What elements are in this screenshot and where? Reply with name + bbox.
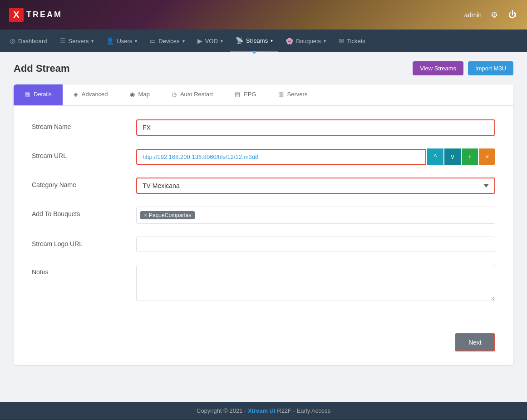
stream-name-label: Stream Name [32,119,123,130]
bouquets-icon: 🌸 [286,37,293,44]
tab-map-icon: ◉ [130,91,135,98]
main-nav: ◎ Dashboard ☰ Servers ▾ 👤 Users ▾ ▭ Devi… [0,30,527,52]
stream-url-control: ^ v + × [136,148,495,165]
dashboard-icon: ◎ [10,37,15,44]
tab-auto-restart[interactable]: ◷ Auto Restart [161,84,224,105]
form-tabs: ▦ Details ◈ Advanced ◉ Map ◷ Auto Restar… [14,84,513,106]
bouquets-row: Add To Bouquets × PaqueCompartas [32,207,495,224]
url-down-button[interactable]: v [444,148,461,165]
tab-epg[interactable]: ▤ EPG [224,84,267,105]
servers-icon: ☰ [60,37,66,44]
bouquet-tag-label: PaqueCompartas [149,212,191,218]
view-streams-button[interactable]: View Streams [413,61,463,75]
footer-version: R22F - Early Access [276,407,330,414]
stream-name-input[interactable] [136,119,495,136]
vod-arrow: ▾ [221,39,223,44]
tab-epg-label: EPG [244,91,256,98]
page-title: Add Stream [14,63,69,74]
streams-icon: 📡 [236,37,243,44]
nav-label-dashboard: Dashboard [18,38,47,44]
category-label: Category Name [32,178,123,188]
stream-name-row: Stream Name [32,119,495,136]
servers-arrow: ▾ [91,39,94,44]
tab-auto-restart-icon: ◷ [172,91,177,98]
main-content: Add Stream View Streams Import M3U ▦ Det… [0,52,527,402]
notes-textarea[interactable] [136,265,495,301]
logo-label: Stream Logo URL [32,237,123,247]
tickets-icon: ✉ [339,37,344,44]
nav-item-dashboard[interactable]: ◎ Dashboard [5,30,53,52]
page-header: Add Stream View Streams Import M3U [14,61,513,75]
streams-dropdown-caret [251,51,257,54]
nav-label-servers: Servers [69,38,89,44]
form-footer: Next [14,329,513,365]
nav-label-bouquets: Bouquets [296,38,321,44]
nav-item-devices[interactable]: ▭ Devices ▾ [144,30,190,52]
settings-icon[interactable]: ⚙ [489,10,500,20]
tab-epg-icon: ▤ [235,91,240,98]
bouquet-tag-x-icon[interactable]: × [144,212,147,218]
nav-label-users: Users [117,38,132,44]
stream-name-control [136,119,495,136]
users-icon: 👤 [106,37,114,44]
bouquets-control: × PaqueCompartas [136,207,495,224]
category-control: TV Mexicana Sports News Movies Kids [136,178,495,194]
nav-item-streams[interactable]: 📡 Streams ▾ [230,30,278,52]
notes-label: Notes [32,265,123,276]
category-row: Category Name TV Mexicana Sports News Mo… [32,178,495,194]
tab-advanced-label: Advanced [82,91,108,98]
vod-icon: ▶ [197,37,202,44]
power-icon[interactable]: ⏻ [507,10,518,20]
notes-control [136,265,495,302]
url-add-button[interactable]: + [462,148,478,165]
nav-label-tickets: Tickets [347,38,365,44]
tab-advanced[interactable]: ◈ Advanced [63,84,119,105]
devices-icon: ▭ [150,37,156,44]
logo: X TREAM [9,8,62,22]
bouquets-label: Add To Bouquets [32,207,123,217]
streams-arrow: ▾ [271,38,273,43]
logo-text: TREAM [26,10,62,20]
next-button[interactable]: Next [455,333,495,351]
logo-row: Stream Logo URL [32,237,495,252]
stream-url-label: Stream URL [32,148,123,159]
nav-item-bouquets[interactable]: 🌸 Bouquets ▾ [280,30,331,52]
footer-brand: Xtream UI [248,407,276,414]
tab-map-label: Map [138,91,150,98]
users-arrow: ▾ [135,39,137,44]
tab-servers[interactable]: ▥ Servers [267,84,319,105]
page-actions: View Streams Import M3U [413,61,513,75]
import-m3u-button[interactable]: Import M3U [468,61,513,75]
tab-details[interactable]: ▦ Details [14,84,63,105]
url-up-button[interactable]: ^ [427,148,443,165]
tab-servers-icon: ▥ [278,91,284,98]
form-card: ▦ Details ◈ Advanced ◉ Map ◷ Auto Restar… [14,84,513,365]
nav-label-streams: Streams [246,37,268,44]
header-right: admin ⚙ ⏻ [464,10,518,20]
form-body: Stream Name Stream URL ^ v + × [14,106,513,329]
bouquet-input-container[interactable]: × PaqueCompartas [136,207,495,224]
nav-item-users[interactable]: 👤 Users ▾ [101,30,143,52]
nav-item-vod[interactable]: ▶ VOD ▾ [192,30,228,52]
tab-servers-label: Servers [287,91,308,98]
stream-url-input-group: ^ v + × [136,148,495,165]
bouquets-arrow: ▾ [324,39,326,44]
tab-advanced-icon: ◈ [74,91,78,98]
tab-map[interactable]: ◉ Map [119,84,161,105]
tab-details-icon: ▦ [25,91,30,98]
tab-auto-restart-label: Auto Restart [180,91,213,98]
stream-url-input[interactable] [136,149,426,165]
tab-details-label: Details [34,91,52,98]
nav-item-tickets[interactable]: ✉ Tickets [333,30,371,52]
logo-control [136,237,495,252]
nav-label-devices: Devices [158,38,179,44]
admin-label: admin [464,11,482,19]
category-select[interactable]: TV Mexicana Sports News Movies Kids [136,178,495,194]
url-remove-button[interactable]: × [479,148,495,165]
footer-text: Copyright © 2021 - [197,407,248,414]
logo-url-input[interactable] [136,237,495,252]
notes-row: Notes [32,265,495,302]
stream-url-row: Stream URL ^ v + × [32,148,495,165]
page-footer: Copyright © 2021 - Xtream UI R22F - Earl… [0,402,527,420]
nav-item-servers[interactable]: ☰ Servers ▾ [54,30,99,52]
